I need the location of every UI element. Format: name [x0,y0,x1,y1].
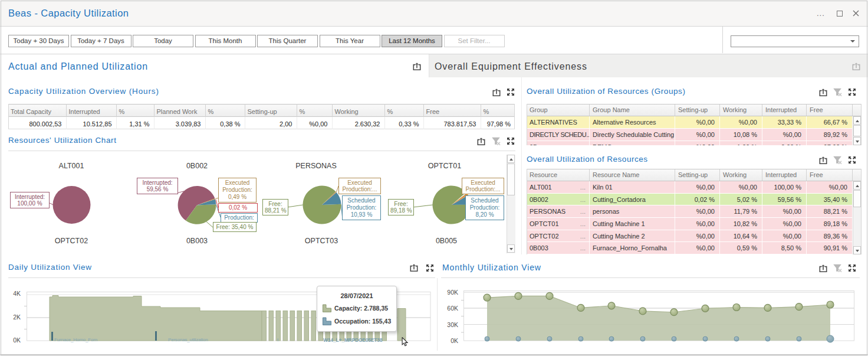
svg-text:W14_L+_MRPDOE05ET38: W14_L+_MRPDOE05ET38 [323,337,383,343]
svg-text:60K: 60K [447,305,458,312]
svg-text:2K: 2K [13,313,21,321]
svg-text:90K: 90K [447,289,458,296]
svg-text:30K: 30K [447,321,458,328]
svg-text:Furnace_Horno_Forn: Furnace_Horno_Forn [54,337,97,342]
svg-text:4K: 4K [13,290,21,297]
svg-text:0K: 0K [451,337,458,344]
svg-text:Personas_utilization: Personas_utilization [168,337,208,342]
svg-text:0K: 0K [13,337,21,344]
